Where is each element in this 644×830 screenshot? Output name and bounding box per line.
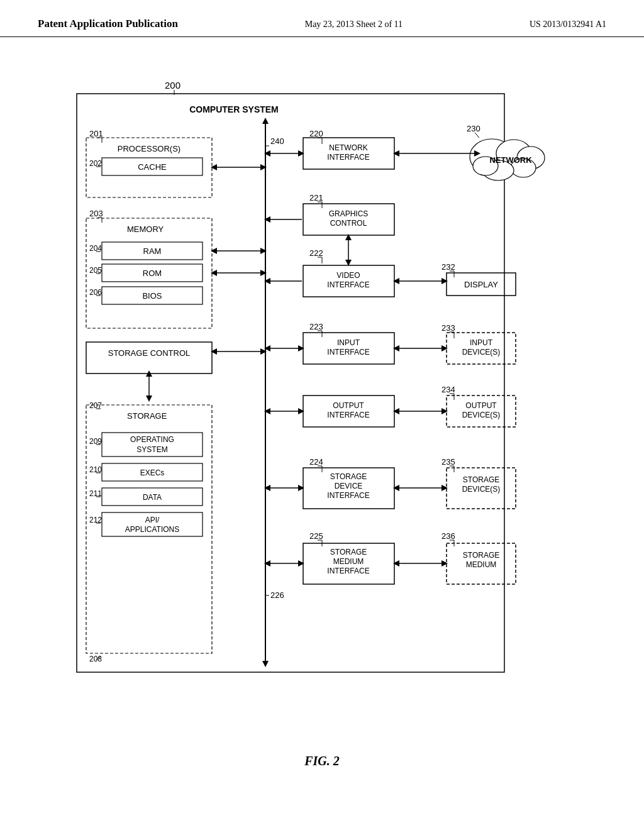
storage-devices-label: STORAGE xyxy=(463,475,499,484)
output-devices-label: OUTPUT xyxy=(465,401,497,410)
network-interface-label: NETWORK xyxy=(329,143,367,152)
os-label: OPERATING xyxy=(130,435,174,444)
patent-number-label: US 2013/0132941 A1 xyxy=(530,19,606,30)
svg-line-44 xyxy=(475,133,479,138)
storage-label: STORAGE xyxy=(127,411,167,421)
output-interface-label: OUTPUT xyxy=(333,401,364,410)
diagram-area: 200 COMPUTER SYSTEM 201 PROCESSOR(S) 202… xyxy=(0,37,644,781)
ram-label: RAM xyxy=(143,246,162,256)
bios-label: BIOS xyxy=(142,291,162,301)
svg-text:CONTROL: CONTROL xyxy=(330,219,367,228)
svg-text:INTERFACE: INTERFACE xyxy=(327,348,369,357)
svg-text:INTERFACE: INTERFACE xyxy=(327,411,369,419)
display-label: DISPLAY xyxy=(464,280,498,289)
label-235: 235 xyxy=(441,457,455,467)
label-224: 224 xyxy=(309,457,323,467)
svg-text:INTERFACE: INTERFACE xyxy=(327,491,369,500)
label-208: 208 xyxy=(89,655,102,663)
input-interface-label: INPUT xyxy=(337,338,360,347)
label-236: 236 xyxy=(441,531,455,541)
label-201: 201 xyxy=(89,129,103,138)
memory-label: MEMORY xyxy=(127,224,164,234)
label-221: 221 xyxy=(309,193,323,202)
svg-marker-34 xyxy=(262,118,269,124)
rom-label: ROM xyxy=(143,268,162,278)
svg-text:MEDIUM: MEDIUM xyxy=(466,560,497,569)
figure-caption: FIG. 2 xyxy=(38,754,606,768)
svg-text:INTERFACE: INTERFACE xyxy=(327,153,369,162)
label-230: 230 xyxy=(467,124,480,133)
api-label: API/ xyxy=(145,516,160,524)
label-226: 226 xyxy=(270,590,284,600)
svg-marker-35 xyxy=(262,661,269,667)
svg-text:DEVICE(S): DEVICE(S) xyxy=(462,348,501,357)
label-232: 232 xyxy=(441,262,455,272)
svg-text:INTERFACE: INTERFACE xyxy=(327,567,369,575)
execs-label: EXECs xyxy=(140,468,165,477)
storage-medium-interface-label: STORAGE xyxy=(330,548,367,556)
graphics-control-label: GRAPHICS xyxy=(329,209,369,218)
label-234: 234 xyxy=(441,385,455,394)
date-sheet-label: May 23, 2013 Sheet 2 of 11 xyxy=(305,19,402,30)
cache-label: CACHE xyxy=(138,162,167,172)
label-225: 225 xyxy=(309,531,323,541)
label-222: 222 xyxy=(309,248,323,258)
patent-diagram: 200 COMPUTER SYSTEM 201 PROCESSOR(S) 202… xyxy=(39,56,605,748)
svg-text:SYSTEM: SYSTEM xyxy=(136,445,167,454)
svg-rect-16 xyxy=(86,342,212,374)
svg-text:DEVICE: DEVICE xyxy=(335,482,363,490)
storage-device-interface-label: STORAGE xyxy=(330,472,367,481)
page-header: Patent Application Publication May 23, 2… xyxy=(0,0,644,37)
label-200: 200 xyxy=(165,80,180,91)
processor-label: PROCESSOR(S) xyxy=(118,144,180,153)
storage-medium-label: STORAGE xyxy=(463,551,499,560)
label-233: 233 xyxy=(441,323,455,333)
network-label: NETWORK xyxy=(489,155,532,165)
label-220: 220 xyxy=(309,129,323,138)
label-240: 240 xyxy=(270,136,284,146)
video-interface-label: VIDEO xyxy=(336,271,360,280)
svg-text:DEVICE(S): DEVICE(S) xyxy=(462,411,501,419)
label-203: 203 xyxy=(89,209,103,218)
data-label: DATA xyxy=(143,493,162,502)
computer-system-label: COMPUTER SYSTEM xyxy=(189,104,279,114)
svg-text:DEVICE(S): DEVICE(S) xyxy=(462,485,501,494)
label-223: 223 xyxy=(309,322,323,331)
svg-text:INTERFACE: INTERFACE xyxy=(327,280,369,289)
svg-marker-19 xyxy=(146,396,152,402)
svg-text:MEDIUM: MEDIUM xyxy=(333,557,364,566)
input-devices-label: INPUT xyxy=(470,338,493,347)
svg-text:APPLICATIONS: APPLICATIONS xyxy=(125,525,179,534)
storage-control-label: STORAGE CONTROL xyxy=(108,348,191,358)
publication-label: Patent Application Publication xyxy=(38,18,178,30)
svg-rect-0 xyxy=(77,94,504,672)
